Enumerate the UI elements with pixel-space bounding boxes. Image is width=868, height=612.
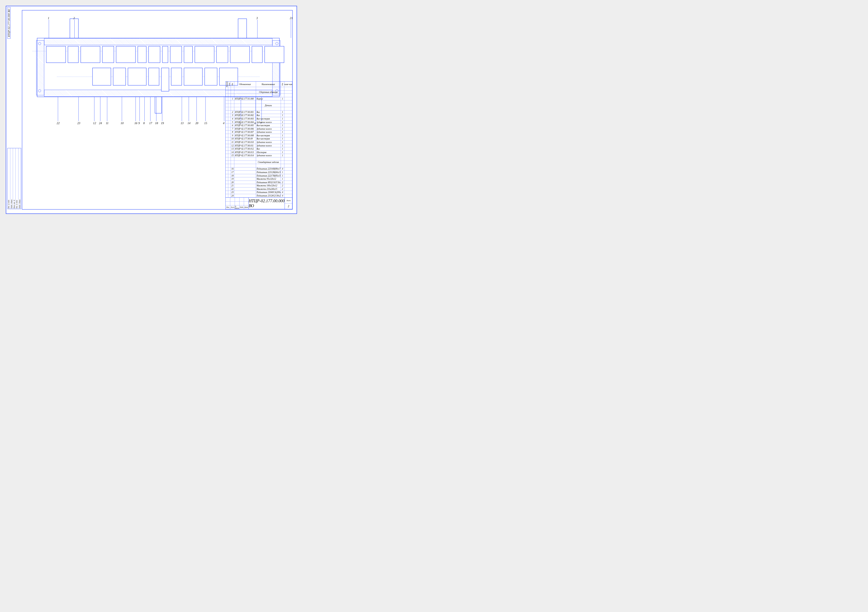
gear-section — [149, 46, 160, 63]
bom-cell: 1 — [281, 124, 284, 127]
bom-row: 10НТЦР-02.177.00.09Вал-шестерня1 — [226, 137, 292, 141]
bom-row: 4НТЦР-02.177.00.003Вал-шестерня1 — [226, 117, 292, 121]
bom-cell — [284, 147, 292, 150]
leader-line — [100, 97, 101, 121]
bom-cell — [234, 181, 256, 184]
bom-cell: НТЦР-02.177.00.008 — [234, 134, 256, 137]
bom-cell — [226, 110, 228, 114]
lower-center-shaft — [161, 68, 169, 91]
bom-cell — [226, 117, 228, 120]
bom-cell: НТЦР-02.177.00.09 — [234, 137, 256, 140]
bom-cell — [228, 181, 231, 184]
bom-h-pos: Поз — [231, 83, 233, 86]
output-shaft — [155, 97, 162, 113]
bom-cell: Манжета 95х120х12 — [256, 177, 281, 181]
balloon: 8 — [143, 122, 145, 125]
bom-row: 12НТЦР-02.177.00.011Зубчатое колесо1 — [226, 144, 292, 147]
bom-cell: Зубчатое колесо — [256, 130, 281, 134]
bom-cell: Вал-шестерня — [256, 124, 281, 127]
bom-cell — [284, 141, 292, 144]
balloon: 15 — [204, 122, 207, 125]
lower-gear — [128, 68, 147, 85]
side-col: Подп. и дата — [10, 148, 13, 209]
bom-cell: НТЦР-02.177.00.002 — [234, 114, 256, 117]
bom-cell: 23 — [231, 191, 234, 194]
bom-cell — [228, 137, 231, 140]
bom-cell: НТЦР-02.177.00.010 — [234, 141, 256, 144]
leader-line — [144, 97, 145, 121]
bom-cell — [234, 184, 256, 187]
sheet-number: 2 — [285, 203, 292, 209]
bom-cell — [228, 177, 231, 181]
bolt-hole-icon — [276, 42, 278, 45]
leader-line — [189, 97, 189, 121]
bom-row-empty — [226, 101, 292, 104]
leader-line — [107, 97, 107, 121]
bom-cell — [284, 194, 292, 197]
drawing-number-box: НТЦР-02.177.00.000 ВО — [7, 7, 11, 39]
balloon: 20 — [195, 122, 198, 125]
bom-cell — [284, 184, 292, 187]
drawing-frame: 12321 2223122411101698171819131420154567… — [22, 10, 293, 209]
bom-h-name: Наименование — [256, 82, 281, 87]
bom-cell: 18 — [231, 174, 234, 177]
bom-cell: 7 — [231, 127, 234, 130]
balloon: 22 — [57, 122, 60, 125]
bom-cell: НТЦР-02.177.00.003 — [234, 117, 256, 120]
bom-cell: НТЦР-02.177.00.011 — [234, 144, 256, 147]
leader-line — [205, 97, 206, 121]
bom-cell: НТЦР-02.177.00.014 — [234, 154, 256, 157]
bom-cell: НТЦР-02.177.01.000 — [234, 97, 256, 101]
bom-cell — [228, 194, 231, 197]
balloon: 4 — [223, 122, 224, 125]
bom-cell — [234, 174, 256, 177]
bom-cell — [228, 134, 231, 137]
balloon: 12 — [93, 122, 96, 125]
bom-cell: 1 — [281, 130, 284, 134]
gear-section — [195, 46, 214, 63]
gear-center — [162, 46, 168, 63]
side-col-label: Инв. № подл — [8, 200, 10, 208]
bom-row: 7НТЦР-02.177.00.006Зубчатое колесо1 — [226, 127, 292, 131]
bom-cell: 2 — [281, 181, 284, 184]
bom-section-header: Детали — [226, 104, 292, 107]
bom-cell — [228, 97, 231, 101]
bom-cell: 2 — [281, 184, 284, 187]
bom-section-header: Сборочные единицы — [226, 90, 292, 94]
bom-cell: Зубчатое колесо — [256, 144, 281, 147]
bom-row: 23Подшипник 23040CА(200х310х82)4 — [226, 191, 292, 194]
bom-cell — [228, 187, 231, 191]
balloon: 24 — [99, 122, 102, 125]
bom-cell: 17 — [231, 171, 234, 174]
bom-cell — [226, 120, 228, 124]
bom-row: 14НТЦР-02.177.00.013Шестерня1 — [226, 150, 292, 154]
bom-row: 6НТЦР-02.177.00.005Вал-шестерня1 — [226, 124, 292, 127]
gear-section — [138, 46, 147, 63]
bom-cell — [226, 114, 228, 117]
bom-cell — [228, 191, 231, 194]
bom-cell — [284, 144, 292, 147]
bom-cell — [284, 187, 292, 191]
gear-section — [252, 46, 262, 63]
bom-cell — [226, 167, 228, 170]
bom-cell: 1 — [281, 97, 284, 101]
bom-h-qty: Кол — [282, 83, 283, 85]
bom-cell: 24 — [231, 194, 234, 197]
bom-row: 17Подшипник 22312Н(60х130х46)1 — [226, 171, 292, 174]
bom-row: 18Подшипник 22217Н(85х150х35)1 — [226, 174, 292, 177]
leader-line — [58, 97, 58, 121]
title-block-signatures: Изм.Лист№ докум.Подп.Дата — [226, 198, 249, 209]
side-col: Инв. № подл — [8, 148, 10, 209]
bom-cell: НТЦР-02.177.00.012 — [234, 147, 256, 150]
balloon: 10 — [121, 122, 124, 125]
title-block-number: НТЦР-02.177.00.000 ВО — [248, 198, 285, 209]
bom-cell: 1 — [281, 137, 284, 140]
bom-cell: 4 — [281, 191, 284, 194]
lower-gear — [184, 68, 203, 85]
bom-row: 3НТЦР-02.177.00.002Вал1 — [226, 114, 292, 117]
bom-cell: 3 — [231, 114, 234, 117]
gear-section — [184, 46, 193, 63]
bom-cell — [284, 110, 292, 114]
lower-gear — [92, 68, 111, 85]
bom-row-empty — [226, 157, 292, 161]
